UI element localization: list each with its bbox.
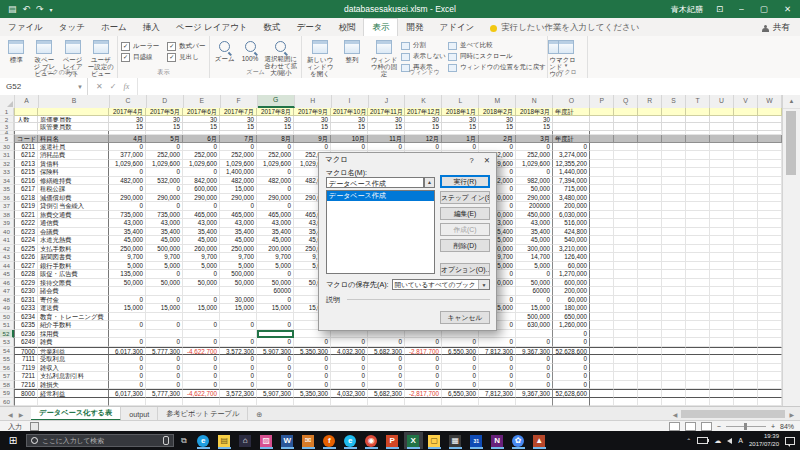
grid-cell[interactable]: 貸倒引当金繰入 xyxy=(38,202,109,211)
grid-cell[interactable] xyxy=(614,160,638,169)
grid-cell[interactable]: 0 xyxy=(109,185,146,194)
grid-cell[interactable] xyxy=(662,287,686,296)
task-view-icon[interactable]: ⧉ xyxy=(174,436,194,446)
grid-cell[interactable]: 0 xyxy=(109,296,146,305)
page-layout-view-icon[interactable] xyxy=(685,422,696,431)
grid-cell[interactable] xyxy=(662,364,686,373)
grid-cell[interactable]: 1,029,600 xyxy=(146,160,183,169)
dialog-help-icon[interactable]: ? xyxy=(470,156,474,165)
selected-cell[interactable] xyxy=(257,330,294,339)
grid-cell[interactable] xyxy=(590,236,614,245)
grid-cell[interactable] xyxy=(710,287,734,296)
grid-cell[interactable] xyxy=(734,202,758,211)
dialog-close-icon[interactable]: ✕ xyxy=(484,156,490,165)
grid-cell[interactable]: 0 xyxy=(146,185,183,194)
grid-cell[interactable] xyxy=(614,245,638,254)
grid-cell[interactable]: 250,000 xyxy=(220,245,257,254)
grid-cell[interactable]: 旅費交通費 xyxy=(38,211,109,220)
grid-cell[interactable] xyxy=(710,202,734,211)
grid-cell[interactable] xyxy=(638,321,662,330)
grid-cell[interactable] xyxy=(638,355,662,364)
grid-cell[interactable]: 0 xyxy=(331,355,368,364)
grid-cell[interactable] xyxy=(686,160,710,169)
grid-cell[interactable] xyxy=(638,135,662,143)
microphone-icon[interactable] xyxy=(163,436,169,445)
grid-cell[interactable] xyxy=(758,108,782,116)
grid-cell[interactable] xyxy=(710,253,734,262)
grid-cell[interactable]: 30 xyxy=(405,116,442,124)
grid-cell[interactable]: 5,682,300 xyxy=(368,389,405,398)
grid-cell[interactable] xyxy=(662,151,686,160)
row-header-55[interactable]: 55 xyxy=(0,355,14,364)
taskbar-excel-icon[interactable]: X xyxy=(404,432,423,449)
qat-customize-icon[interactable]: ▾ xyxy=(50,6,53,13)
grid-cell[interactable]: 1,440,000 xyxy=(553,168,590,177)
grid-cell[interactable] xyxy=(662,389,686,398)
col-header-O[interactable]: O xyxy=(553,95,590,108)
grid-cell[interactable]: 0 xyxy=(109,338,146,347)
grid-cell[interactable] xyxy=(257,398,294,407)
grid-cell[interactable] xyxy=(662,116,686,124)
grid-cell[interactable] xyxy=(734,304,758,313)
grid-cell[interactable]: 377,000 xyxy=(109,151,146,160)
zoom-slider[interactable] xyxy=(726,426,766,427)
grid-cell[interactable] xyxy=(758,228,782,237)
grid-cell[interactable] xyxy=(638,245,662,254)
grid-cell[interactable]: 30 xyxy=(479,116,516,124)
grid-cell[interactable] xyxy=(710,372,734,381)
grid-cell[interactable] xyxy=(758,321,782,330)
grid-cell[interactable]: 雑損失 xyxy=(38,381,109,390)
grid-cell[interactable] xyxy=(614,321,638,330)
grid-cell[interactable] xyxy=(146,313,183,322)
grid-cell[interactable] xyxy=(614,262,638,271)
grid-cell[interactable]: 30 xyxy=(516,116,553,124)
grid-cell[interactable]: 15,000 xyxy=(257,304,294,313)
grid-cell[interactable]: 0 xyxy=(405,338,442,347)
grid-cell[interactable] xyxy=(734,185,758,194)
row-header-44[interactable]: 44 xyxy=(0,262,14,271)
grid-cell[interactable] xyxy=(662,211,686,220)
grid-cell[interactable] xyxy=(686,381,710,390)
grid-cell[interactable] xyxy=(220,313,257,322)
grid-cell[interactable] xyxy=(614,194,638,203)
grid-cell[interactable]: 0 xyxy=(368,338,405,347)
grid-cell[interactable]: 50,000 xyxy=(257,279,294,288)
sheet-nav-right-icon[interactable]: ▶ xyxy=(19,411,24,418)
taskbar-calendar-icon[interactable]: 31 xyxy=(467,432,486,449)
grid-cell[interactable] xyxy=(710,143,734,152)
grid-cell[interactable]: 1月 xyxy=(442,135,479,143)
grid-cell[interactable]: 6236 xyxy=(14,330,38,339)
grid-cell[interactable] xyxy=(686,185,710,194)
col-header-J[interactable]: J xyxy=(369,95,406,108)
grid-cell[interactable]: 5,777,300 xyxy=(146,347,183,356)
grid-cell[interactable]: 7216 xyxy=(14,381,38,390)
grid-cell[interactable]: 465,000 xyxy=(257,211,294,220)
grid-cell[interactable] xyxy=(662,330,686,339)
grid-cell[interactable]: 30 xyxy=(146,116,183,124)
col-header-U[interactable]: U xyxy=(710,95,734,108)
grid-cell[interactable] xyxy=(638,279,662,288)
grid-cell[interactable]: 0 xyxy=(109,168,146,177)
col-header-E[interactable]: E xyxy=(184,95,221,108)
grid-cell[interactable] xyxy=(662,194,686,203)
grid-cell[interactable]: 年度計 xyxy=(553,108,590,116)
grid-cell[interactable] xyxy=(758,381,782,390)
grid-cell[interactable]: 租税公課 xyxy=(38,185,109,194)
row-header-38[interactable]: 38 xyxy=(0,211,14,220)
grid-cell[interactable] xyxy=(638,287,662,296)
grid-cell[interactable]: 9月 xyxy=(294,135,331,143)
grid-cell[interactable]: 540,000 xyxy=(553,236,590,245)
grid-cell[interactable]: 43,000 xyxy=(257,219,294,228)
delete-button[interactable]: 削除(D) xyxy=(440,239,490,252)
grid-cell[interactable]: 0 xyxy=(516,364,553,373)
grid-cell[interactable]: 12月 xyxy=(405,135,442,143)
grid-cell[interactable] xyxy=(662,135,686,143)
grid-cell[interactable]: 0 xyxy=(331,372,368,381)
grid-cell[interactable]: 6223 xyxy=(14,228,38,237)
grid-cell[interactable] xyxy=(14,108,38,116)
grid-cell[interactable] xyxy=(686,236,710,245)
grid-cell[interactable]: 0 xyxy=(109,321,146,330)
grid-cell[interactable] xyxy=(38,398,109,407)
grid-cell[interactable]: 0 xyxy=(146,338,183,347)
col-header-F[interactable]: F xyxy=(221,95,258,108)
